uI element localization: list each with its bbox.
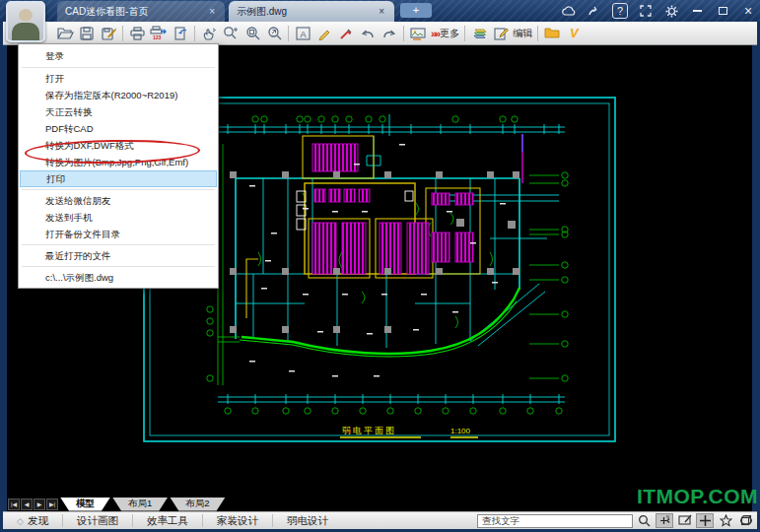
tab-drawing-label: 示例图.dwg [237, 5, 377, 19]
convert-to-image-icon[interactable] [407, 24, 429, 43]
more-button[interactable]: 更多 [440, 27, 459, 40]
draw-pencil-icon[interactable] [313, 24, 335, 43]
design-draw-button[interactable]: 设计画图 [63, 514, 132, 528]
menu-item-save-version[interactable]: 保存为指定版本(R2000~R2019) [20, 87, 217, 103]
tab-drawing-file[interactable]: 示例图.dwg × [229, 1, 394, 22]
file-menu: 登录 打开 保存为指定版本(R2000~R2019) 天正云转换 PDF转CAD… [18, 43, 219, 289]
layers-icon[interactable] [468, 24, 490, 43]
menu-item-open-backup-dir[interactable]: 打开备份文件目录 [20, 226, 217, 242]
discover-label: 发现 [28, 514, 48, 528]
avatar-head [19, 9, 33, 22]
drawing-scale: 1:100 [450, 427, 471, 435]
efficiency-tools-button[interactable]: 效率工具 [133, 514, 202, 528]
close-button[interactable]: × [740, 3, 756, 19]
diamond-icon: ◇ [17, 516, 24, 526]
open-file-icon[interactable] [54, 24, 76, 43]
v-brand-icon[interactable]: V [563, 24, 585, 43]
tab-home[interactable]: CAD迷你看图-首页 × [57, 1, 225, 22]
coordinates-icon[interactable]: N [656, 513, 673, 528]
edit-icon[interactable] [490, 24, 512, 43]
zoom-in-out-icon[interactable] [220, 24, 242, 43]
menu-item-pdf-to-cad[interactable]: PDF转CAD [20, 120, 217, 137]
crosshair-icon[interactable] [696, 513, 714, 528]
pan-hand-icon[interactable] [198, 24, 220, 43]
title-bar: CAD迷你看图-首页 × 示例图.dwg × + ? × [0, 0, 760, 22]
search-icon[interactable] [635, 513, 653, 528]
avatar[interactable] [6, 1, 45, 42]
sheet-tab-bar: |◀ ◀ ▶ ▶| 模型 布局1 布局2 [7, 497, 752, 511]
batch-print-icon[interactable] [170, 24, 191, 43]
home-design-button[interactable]: 家装设计 [203, 514, 272, 528]
discover-button[interactable]: ◇ 发现 [3, 514, 62, 528]
sheet-nav-last[interactable]: ▶| [46, 499, 58, 510]
main-toolbar: 123 A »» 更多 编 [3, 22, 757, 45]
menu-separator [22, 244, 215, 245]
print-badge: 123 [153, 34, 162, 40]
print-icon[interactable] [126, 24, 148, 43]
menu-item-recent-file-path[interactable]: c:\...\示例图.dwg [20, 269, 217, 286]
menu-item-send-phone[interactable]: 发送到手机 [20, 209, 217, 226]
svg-text:N: N [666, 514, 669, 519]
sheet-tab-layout2[interactable]: 布局2 [170, 498, 225, 511]
zoom-window-icon[interactable] [242, 24, 263, 43]
text-annotate-icon[interactable]: A [292, 24, 313, 43]
help-icon[interactable]: ? [612, 3, 628, 19]
svg-text:A: A [300, 29, 306, 38]
background-toggle-icon[interactable] [676, 513, 694, 528]
sheet-nav-prev[interactable]: ◀ [21, 499, 33, 510]
sheet-tab-layout1[interactable]: 布局1 [112, 498, 168, 511]
tab-close-icon[interactable]: × [207, 6, 217, 17]
menu-separator [22, 67, 215, 68]
menu-item-print[interactable]: 打印 [20, 170, 217, 187]
app-window: CAD迷你看图-首页 × 示例图.dwg × + ? × [0, 0, 760, 532]
maximize-button[interactable] [715, 3, 730, 19]
menu-separator [22, 189, 215, 190]
save-as-icon[interactable] [98, 24, 119, 43]
edit-button[interactable]: 编辑 [513, 27, 532, 40]
menu-item-recent-files[interactable]: 最近打开的文件 [20, 247, 217, 264]
gear-icon[interactable] [663, 3, 679, 19]
cloud-icon[interactable] [561, 3, 577, 19]
print-export-icon[interactable]: 123 [148, 24, 170, 43]
cloud-shape-icon[interactable] [737, 513, 755, 528]
tab-close-icon[interactable]: × [377, 6, 386, 17]
favorite-star-icon[interactable] [717, 513, 734, 528]
undo-icon[interactable] [357, 24, 379, 43]
sheet-nav-next[interactable]: ▶ [34, 499, 45, 510]
menu-item-open[interactable]: 打开 [20, 70, 217, 87]
save-icon[interactable] [76, 24, 98, 43]
folder-icon[interactable] [541, 24, 563, 43]
menu-item-send-wechat[interactable]: 发送给微信朋友 [20, 192, 217, 209]
sheet-nav-first[interactable]: |◀ [8, 499, 20, 510]
measure-pen-icon[interactable] [335, 24, 357, 43]
find-text-input[interactable] [477, 514, 633, 528]
more-chevrons-icon: »» [431, 28, 439, 39]
sheet-tab-model[interactable]: 模型 [60, 498, 110, 511]
minimize-button[interactable] [689, 3, 705, 19]
redo-icon[interactable] [379, 24, 400, 43]
drawing-title: 弱电平面图 [342, 426, 396, 435]
new-tab-button[interactable]: + [400, 3, 432, 18]
menu-separator [22, 266, 215, 267]
weak-current-design-button[interactable]: 弱电设计 [273, 514, 342, 528]
zoom-extents-icon[interactable] [263, 24, 285, 43]
menu-item-login[interactable]: 登录 [20, 46, 217, 65]
share-icon[interactable] [587, 3, 602, 19]
fullscreen-icon[interactable] [638, 3, 654, 19]
window-controls: ? × [561, 0, 756, 22]
avatar-body [12, 23, 39, 42]
menu-item-tianzheng-cloud[interactable]: 天正云转换 [20, 103, 217, 120]
tab-home-label: CAD迷你看图-首页 [65, 5, 207, 19]
bottom-toolbar: ◇ 发现 设计画图 效率工具 家装设计 弱电设计 N [3, 511, 757, 529]
